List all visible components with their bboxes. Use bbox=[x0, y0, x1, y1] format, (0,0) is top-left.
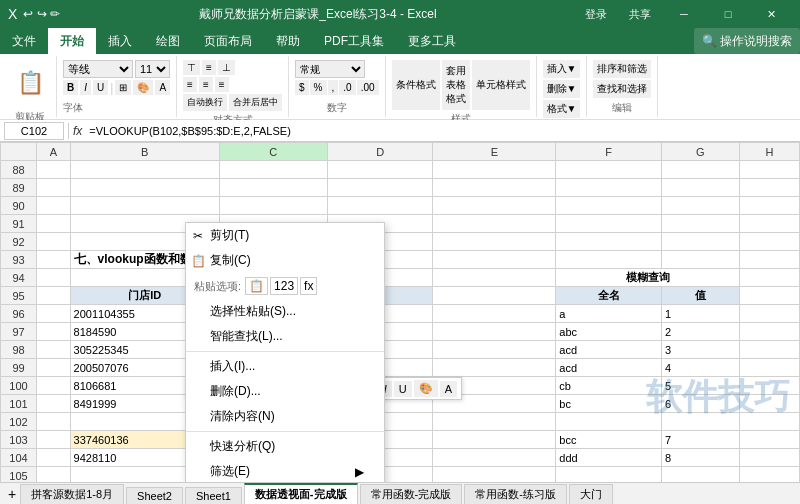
table-row: 978184590五角场店abc2 bbox=[1, 323, 800, 341]
mini-font-color-btn[interactable]: A bbox=[440, 381, 457, 397]
title-text: 戴师兄数据分析启蒙课_Excel练习3-4 - Excel bbox=[199, 6, 436, 23]
paste-value-btn[interactable]: 123 bbox=[270, 277, 298, 295]
fx-label: fx bbox=[73, 124, 82, 138]
minimize-btn[interactable]: ─ bbox=[664, 4, 704, 24]
sheet-tab-3[interactable]: Sheet1 bbox=[185, 487, 242, 504]
table-row: 1049428110干拌麻辣烫(ddd8 bbox=[1, 449, 800, 467]
tab-draw[interactable]: 绘图 bbox=[144, 28, 192, 54]
arrow-icon: ▶ bbox=[355, 465, 364, 479]
decrease-decimal-btn[interactable]: .0 bbox=[339, 80, 355, 95]
tab-home[interactable]: 开始 bbox=[48, 28, 96, 54]
center-align-btn[interactable]: ≡ bbox=[199, 77, 213, 92]
right-align-btn[interactable]: ≡ bbox=[215, 77, 229, 92]
sheet-tab-5[interactable]: 常用函数-完成版 bbox=[360, 484, 463, 504]
italic-btn[interactable]: I bbox=[80, 80, 91, 95]
insert-cells-btn[interactable]: 插入▼ bbox=[543, 60, 581, 78]
menu-item-delete[interactable]: 删除(D)... bbox=[186, 379, 384, 404]
col-header-c[interactable]: C bbox=[219, 143, 327, 161]
border-btn[interactable]: ⊞ bbox=[115, 80, 131, 95]
underline-btn[interactable]: U bbox=[93, 80, 108, 95]
col-header-e[interactable]: E bbox=[433, 143, 556, 161]
sort-filter-btn[interactable]: 排序和筛选 bbox=[593, 60, 651, 78]
cell-reference[interactable] bbox=[4, 122, 64, 140]
col-header-f[interactable]: F bbox=[556, 143, 662, 161]
sheet-tabs-bar: + 拼客源数据1-8月 Sheet2 Sheet1 数据透视面-完成版 常用函数… bbox=[0, 482, 800, 504]
table-row: 95门店ID门店名称全名值 bbox=[1, 287, 800, 305]
new-sheet-btn[interactable]: + bbox=[4, 484, 20, 504]
tab-pdf[interactable]: PDF工具集 bbox=[312, 28, 396, 54]
sheet-tab-1[interactable]: 拼客源数据1-8月 bbox=[20, 484, 124, 504]
top-align-btn[interactable]: ⊤ bbox=[183, 60, 200, 75]
tab-layout[interactable]: 页面布局 bbox=[192, 28, 264, 54]
menu-item-quick-analysis[interactable]: 快速分析(Q) bbox=[186, 434, 384, 459]
wrap-btn[interactable]: 自动换行 bbox=[183, 94, 227, 111]
paste-formula-btn[interactable]: fx bbox=[300, 277, 317, 295]
menu-item-clear-content[interactable]: 清除内容(N) bbox=[186, 404, 384, 429]
font-label: 字体 bbox=[63, 99, 83, 115]
col-header-g[interactable]: G bbox=[661, 143, 739, 161]
font-size-select[interactable]: 11 bbox=[135, 60, 170, 78]
table-row: 91 bbox=[1, 215, 800, 233]
currency-btn[interactable]: $ bbox=[295, 80, 309, 95]
comma-btn[interactable]: , bbox=[328, 80, 339, 95]
cut-icon: ✂ bbox=[190, 229, 206, 243]
col-header-a[interactable]: A bbox=[37, 143, 71, 161]
col-header-b[interactable]: B bbox=[70, 143, 219, 161]
formula-input[interactable] bbox=[86, 125, 796, 137]
menu-item-cut[interactable]: ✂ 剪切(T) bbox=[186, 223, 384, 248]
table-row: 90 bbox=[1, 197, 800, 215]
font-name-select[interactable]: 等线 bbox=[63, 60, 133, 78]
search-box[interactable]: 🔍 操作说明搜索 bbox=[694, 28, 800, 54]
middle-align-btn[interactable]: ≡ bbox=[202, 60, 216, 75]
menu-item-smart-lookup[interactable]: 智能查找(L)... bbox=[186, 324, 384, 349]
menu-item-copy[interactable]: 📋 复制(C) bbox=[186, 248, 384, 273]
share-btn[interactable]: 共享 bbox=[620, 4, 660, 24]
find-select-btn[interactable]: 查找和选择 bbox=[593, 80, 651, 98]
table-row: 88 bbox=[1, 161, 800, 179]
spreadsheet-grid: A B C D E F G H 88 89 90 91 92 bbox=[0, 142, 800, 482]
col-header-d[interactable]: D bbox=[327, 143, 433, 161]
maximize-btn[interactable]: □ bbox=[708, 4, 748, 24]
paste-icon-btn[interactable]: 📋 bbox=[245, 277, 268, 295]
menu-item-insert[interactable]: 插入(I)... bbox=[186, 354, 384, 379]
sheet-tab-7[interactable]: 大门 bbox=[569, 484, 613, 504]
bold-btn[interactable]: B bbox=[63, 80, 78, 95]
delete-cells-btn[interactable]: 删除▼ bbox=[543, 80, 581, 98]
fill-btn[interactable]: 🎨 bbox=[133, 80, 153, 95]
user-btn[interactable]: 登录 bbox=[576, 4, 616, 24]
sheet-tab-active[interactable]: 数据透视面-完成版 bbox=[244, 483, 358, 504]
close-btn[interactable]: ✕ bbox=[752, 4, 792, 24]
conditional-format-btn[interactable]: 条件格式 bbox=[392, 60, 440, 110]
table-row: 92 bbox=[1, 233, 800, 251]
table-row: 105 bbox=[1, 467, 800, 483]
editing-group: 排序和筛选 查找和选择 编辑 bbox=[587, 56, 658, 117]
menu-item-label: 智能查找(L)... bbox=[210, 328, 283, 345]
sheet-tab-2[interactable]: Sheet2 bbox=[126, 487, 183, 504]
number-format-select[interactable]: 常规 bbox=[295, 60, 365, 78]
mini-underline-btn[interactable]: U bbox=[394, 381, 412, 397]
paste-btn[interactable]: 📋 bbox=[10, 58, 50, 108]
format-cells-btn[interactable]: 格式▼ bbox=[543, 100, 581, 118]
tab-file[interactable]: 文件 bbox=[0, 28, 48, 54]
col-header-h[interactable]: H bbox=[739, 143, 799, 161]
menu-item-special-paste[interactable]: 选择性粘贴(S)... bbox=[186, 299, 384, 324]
menu-item-label: 插入(I)... bbox=[210, 358, 255, 375]
merge-btn[interactable]: 合并后居中 bbox=[229, 94, 282, 111]
context-menu: ✂ 剪切(T) 📋 复制(C) 粘贴选项: 📋 123 fx 选择性粘贴(S).… bbox=[185, 222, 385, 482]
tab-insert[interactable]: 插入 bbox=[96, 28, 144, 54]
bottom-align-btn[interactable]: ⊥ bbox=[218, 60, 235, 75]
mini-fill-btn[interactable]: 🎨 bbox=[414, 380, 438, 397]
table-row: 89 bbox=[1, 179, 800, 197]
percent-btn[interactable]: % bbox=[310, 80, 327, 95]
table-row: 962001104355宝山店a1 bbox=[1, 305, 800, 323]
format-as-table-btn[interactable]: 套用表格格式 bbox=[442, 60, 470, 110]
tab-more[interactable]: 更多工具 bbox=[396, 28, 468, 54]
cell-styles-btn[interactable]: 单元格样式 bbox=[472, 60, 530, 110]
increase-decimal-btn[interactable]: .00 bbox=[357, 80, 379, 95]
sheet-tab-6[interactable]: 常用函数-练习版 bbox=[464, 484, 567, 504]
left-align-btn[interactable]: ≡ bbox=[183, 77, 197, 92]
font-color-btn[interactable]: A bbox=[155, 80, 170, 95]
number-label: 数字 bbox=[327, 99, 347, 115]
tab-help[interactable]: 帮助 bbox=[264, 28, 312, 54]
menu-item-filter[interactable]: 筛选(E) ▶ bbox=[186, 459, 384, 482]
